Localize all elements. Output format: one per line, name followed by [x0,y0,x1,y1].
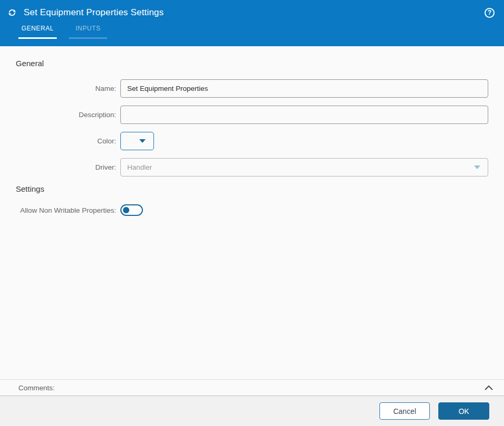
sync-arrows-icon [7,8,17,17]
chevron-down-icon [139,139,146,143]
help-icon[interactable]: ? [485,8,495,18]
settings-section-heading: Settings [16,184,488,193]
help-glyph: ? [488,9,491,16]
allow-non-writable-toggle[interactable] [120,204,143,216]
dialog-footer: Cancel OK [0,396,504,426]
cancel-button[interactable]: Cancel [379,402,430,420]
tab-general[interactable]: GENERAL [18,25,57,39]
comments-bar[interactable]: Comments: [0,379,504,396]
color-dropdown[interactable] [120,132,154,150]
toggle-knob [123,207,129,213]
tab-bar: GENERAL INPUTS [18,25,504,39]
settings-dialog: Set Equipment Properties Settings ? GENE… [0,0,504,426]
comments-label: Comments: [18,384,55,392]
color-row: Color: [16,132,488,150]
chevron-down-icon [474,165,480,169]
driver-row: Driver: [16,158,488,176]
chevron-up-icon[interactable] [484,385,493,391]
driver-dropdown [120,158,488,176]
ok-button[interactable]: OK [438,402,489,420]
allow-non-writable-row: Allow Non Writable Properties: [16,204,488,216]
dialog-title: Set Equipment Properties Settings [24,7,163,18]
color-label: Color: [16,137,116,145]
dialog-body: General Name: Description: Color: Driver… [0,46,504,216]
name-row: Name: [16,79,488,98]
dialog-header: Set Equipment Properties Settings ? GENE… [0,0,504,46]
description-row: Description: [16,106,488,124]
description-label: Description: [16,111,116,119]
driver-label: Driver: [16,163,116,171]
tab-inputs[interactable]: INPUTS [69,25,107,39]
general-section-heading: General [16,59,488,68]
name-input[interactable] [120,79,488,98]
description-input[interactable] [120,106,488,124]
allow-non-writable-label: Allow Non Writable Properties: [16,206,116,214]
name-label: Name: [16,85,116,92]
